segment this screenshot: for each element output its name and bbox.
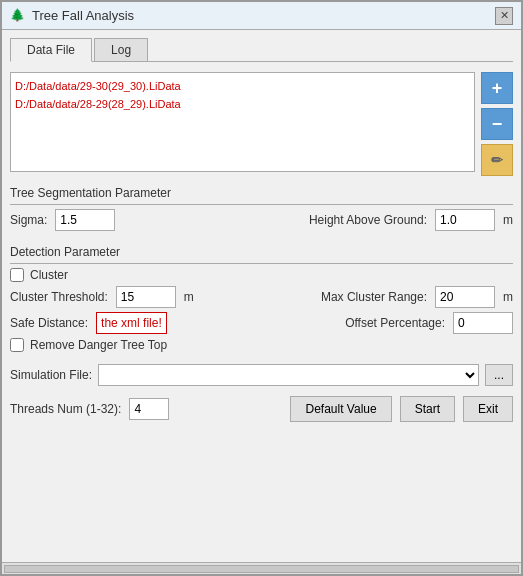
simulation-row: Simulation File: ... [10,364,513,386]
max-cluster-label: Max Cluster Range: [321,290,427,304]
exit-button[interactable]: Exit [463,396,513,422]
tree-segmentation-label: Tree Segmentation Parameter [10,186,513,200]
remove-danger-row: Remove Danger Tree Top [10,338,513,352]
height-label: Height Above Ground: [309,213,427,227]
cluster-threshold-row: Cluster Threshold: m Max Cluster Range: … [10,286,513,308]
cluster-threshold-input[interactable] [116,286,176,308]
file-item-1: D:/Data/data/29-30(29_30).LiData [15,77,470,95]
add-file-button[interactable]: + [481,72,513,104]
threads-label: Threads Num (1-32): [10,402,121,416]
cluster-checkbox[interactable] [10,268,24,282]
tab-bar: Data File Log [10,38,513,62]
sigma-row: Sigma: Height Above Ground: m [10,209,513,231]
height-unit: m [503,213,513,227]
tab-data-file[interactable]: Data File [10,38,92,62]
file-item-2: D:/Data/data/28-29(28_29).LiData [15,95,470,113]
browse-button[interactable]: ... [485,364,513,386]
offset-input[interactable] [453,312,513,334]
cluster-threshold-label: Cluster Threshold: [10,290,108,304]
simulation-dropdown[interactable] [98,364,479,386]
cluster-label: Cluster [30,268,68,282]
tab-log[interactable]: Log [94,38,148,61]
content-area: Data File Log D:/Data/data/29-30(29_30).… [2,30,521,562]
remove-file-button[interactable]: − [481,108,513,140]
offset-label: Offset Percentage: [345,316,445,330]
app-icon: 🌲 [10,8,26,24]
close-button[interactable]: ✕ [495,7,513,25]
remove-danger-label: Remove Danger Tree Top [30,338,167,352]
max-cluster-unit: m [503,290,513,304]
tree-segmentation-section: Tree Segmentation Parameter Sigma: Heigh… [10,182,513,235]
edit-file-button[interactable]: ✏ [481,144,513,176]
divider-2 [10,263,513,264]
main-window: 🌲 Tree Fall Analysis ✕ Data File Log D:/… [0,0,523,576]
height-input[interactable] [435,209,495,231]
window-title: Tree Fall Analysis [32,8,134,23]
cluster-row: Cluster [10,268,513,282]
simulation-label: Simulation File: [10,368,92,382]
detection-label: Detection Parameter [10,245,513,259]
scrollbar-track[interactable] [4,565,519,573]
cluster-threshold-unit: m [184,290,194,304]
remove-danger-checkbox[interactable] [10,338,24,352]
file-list-box: D:/Data/data/29-30(29_30).LiData D:/Data… [10,72,475,172]
safe-distance-label: Safe Distance: [10,316,88,330]
safe-distance-error: the xml file! [96,312,167,334]
file-section: D:/Data/data/29-30(29_30).LiData D:/Data… [10,72,513,176]
sigma-input[interactable] [55,209,115,231]
file-buttons: + − ✏ [481,72,513,176]
default-value-button[interactable]: Default Value [290,396,391,422]
threads-input[interactable] [129,398,169,420]
title-bar: 🌲 Tree Fall Analysis ✕ [2,2,521,30]
title-bar-left: 🌲 Tree Fall Analysis [10,8,134,24]
start-button[interactable]: Start [400,396,455,422]
safe-distance-row: Safe Distance: the xml file! Offset Perc… [10,312,513,334]
sigma-label: Sigma: [10,213,47,227]
bottom-row: Threads Num (1-32): Default Value Start … [10,396,513,422]
max-cluster-input[interactable] [435,286,495,308]
scrollbar-area [2,562,521,574]
detection-section: Detection Parameter Cluster Cluster Thre… [10,241,513,356]
divider-1 [10,204,513,205]
